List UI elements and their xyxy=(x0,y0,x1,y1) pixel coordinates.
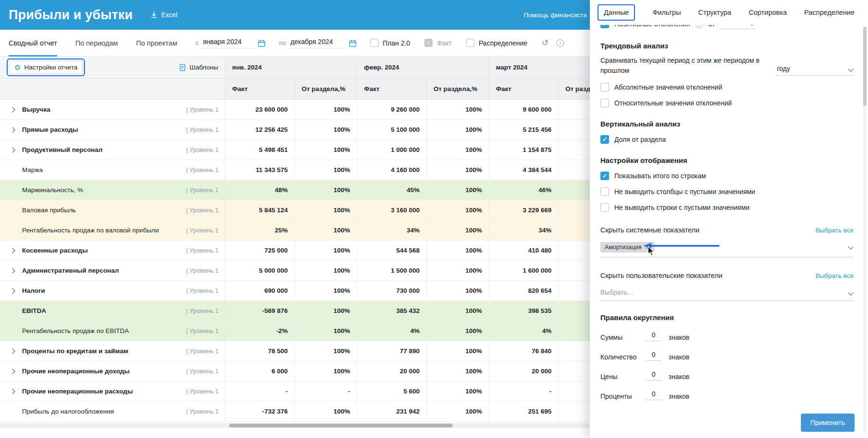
date-from-value[interactable]: января 2024 xyxy=(202,38,254,48)
apply-button[interactable]: Применить xyxy=(801,414,855,432)
excel-export-button[interactable]: Excel xyxy=(150,11,177,19)
rounding-input[interactable]: 0 xyxy=(645,331,662,341)
horizontal-scrollbar[interactable] xyxy=(0,423,590,428)
row-level-tag: | Уровень 1 xyxy=(186,287,219,294)
panel-tab-data[interactable]: Данные xyxy=(604,9,629,16)
value-cell: 100% xyxy=(295,180,357,200)
value-cell: 1 154 875 xyxy=(489,140,559,160)
chevron-down-icon xyxy=(848,290,853,295)
expand-chevron-icon[interactable] xyxy=(10,389,15,394)
hidden-user-metrics-select[interactable]: Выбрать... xyxy=(600,284,854,301)
row-level-tag: | Уровень 1 xyxy=(186,186,219,194)
value-cell: 820 654 xyxy=(489,281,559,300)
tab-by-periods[interactable]: По периодам xyxy=(75,30,118,57)
select-all-system-link[interactable]: Выбрать все xyxy=(816,227,854,234)
absolute-deviations-checkbox[interactable]: Абсолютные значения отклонений xyxy=(600,83,854,92)
table-header-months: ⚙ Настройки отчета Шаблоны янв. 2024февр… xyxy=(0,57,621,79)
horizontal-scrollbar-thumb[interactable] xyxy=(229,424,453,427)
panel-scrollbar-thumb[interactable] xyxy=(863,27,867,106)
select-all-user-link[interactable]: Выбрать все xyxy=(816,272,854,279)
calendar-icon[interactable] xyxy=(349,39,357,47)
positive-deviations-checkbox[interactable]: ✓ Позитивные отклонения xyxy=(600,25,690,28)
hidden-system-metrics-select[interactable]: Амортизация ✕ xyxy=(600,239,854,257)
tab-summary-report[interactable]: Сводный отчет xyxy=(9,30,57,57)
row-label-cell: EBITDA| Уровень 1 xyxy=(0,301,225,321)
show-totals-checkbox[interactable]: ✓ Показывать итого по строкам xyxy=(600,172,854,180)
panel-tab-distribution[interactable]: Распределение xyxy=(804,9,855,16)
rounding-input[interactable]: 0 xyxy=(645,390,662,400)
chevron-down-icon xyxy=(848,244,853,249)
expand-chevron-icon[interactable] xyxy=(10,107,15,112)
row-level-tag: | Уровень 1 xyxy=(186,146,219,153)
expand-chevron-icon[interactable] xyxy=(10,248,15,253)
plan-checkbox[interactable]: План 2.0 xyxy=(370,39,410,47)
value-cell: 385 432 xyxy=(357,301,427,321)
chip-remove-icon[interactable]: ✕ xyxy=(646,244,650,251)
fact-checkbox[interactable]: ✓ Факт xyxy=(424,39,452,47)
expand-chevron-icon[interactable] xyxy=(10,348,15,354)
value-cell: 725 000 xyxy=(225,241,295,260)
threshold-select[interactable]: 15% xyxy=(720,25,755,29)
row-label-cell: Административный персонал| Уровень 1 xyxy=(0,261,225,280)
report-settings-button[interactable]: ⚙ Настройки отчета xyxy=(9,61,82,74)
rounding-input[interactable]: 0 xyxy=(645,370,662,380)
templates-button[interactable]: Шаблоны xyxy=(179,64,218,71)
help-link[interactable]: Помощь финансиста xyxy=(524,12,587,19)
hide-empty-rows-label: Не выводить строки с пустыми значениями xyxy=(614,204,750,211)
date-to-field[interactable]: по декабря 2024 xyxy=(279,38,357,48)
relative-deviations-label: Относительные значения отклонений xyxy=(614,99,732,107)
table-row: Маржинальность, %| Уровень 148%100%45%10… xyxy=(0,180,621,200)
relative-deviations-checkbox[interactable]: Относительные значения отклонений xyxy=(600,99,854,107)
hide-empty-rows-checkbox[interactable]: Не выводить строки с пустыми значениями xyxy=(600,203,854,212)
expand-chevron-icon[interactable] xyxy=(10,369,15,374)
value-cell: 100% xyxy=(295,321,357,341)
panel-tab-filters[interactable]: Фильтры xyxy=(653,9,681,16)
table-row: Косвенные расходы| Уровень 1725 000100%5… xyxy=(0,241,621,261)
value-cell: 9 260 000 xyxy=(357,100,427,119)
section-vertical-analysis: Вертикальный анализ xyxy=(600,120,854,128)
calendar-icon[interactable] xyxy=(258,39,266,47)
compare-period-select[interactable]: году xyxy=(776,65,854,76)
rounding-input[interactable]: 0 xyxy=(645,351,662,361)
row-level-tag: | Уровень 1 xyxy=(186,327,219,334)
value-cell: 77 890 xyxy=(357,341,427,361)
table-row: Прочие неоперационные расходы| Уровень 1… xyxy=(0,381,621,402)
rounding-row-percents: Проценты 0 знаков xyxy=(600,390,854,400)
expand-chevron-icon[interactable] xyxy=(10,288,15,293)
value-cell: 398 535 xyxy=(489,301,559,321)
section-share-checkbox[interactable]: ✓ Доля от раздела xyxy=(600,135,854,144)
row-label: Административный персонал xyxy=(22,267,119,274)
row-label: Рентабельность продаж по валовой прибыли xyxy=(22,227,159,234)
compare-period-label: Сравнивать текущий период с этим же пери… xyxy=(600,56,764,76)
value-cell: 11 343 575 xyxy=(225,160,295,180)
refresh-icon[interactable]: ↺ xyxy=(542,39,549,47)
checkbox-unchecked-icon xyxy=(600,203,609,212)
panel-tab-sorting[interactable]: Сортировка xyxy=(749,9,787,16)
expand-chevron-icon[interactable] xyxy=(10,268,15,273)
tab-by-projects[interactable]: По проектам xyxy=(136,30,177,57)
rounding-suffix: знаков xyxy=(669,373,689,380)
row-label: Косвенные расходы xyxy=(22,247,88,254)
rounding-label: Проценты xyxy=(600,392,645,400)
panel-scrollbar[interactable] xyxy=(863,26,867,433)
table-row: Административный персонал| Уровень 15 00… xyxy=(0,261,621,281)
value-cell: 100% xyxy=(295,341,357,361)
checkbox-unchecked-icon xyxy=(370,39,378,47)
value-cell: 9 600 000 xyxy=(489,100,559,119)
expand-chevron-icon[interactable] xyxy=(10,127,15,132)
templates-label: Шаблоны xyxy=(189,64,218,71)
hide-empty-columns-checkbox[interactable]: Не выводить столбцы с пустыми значениями xyxy=(600,187,854,196)
distribution-checkbox-label: Распределение xyxy=(479,39,527,47)
date-to-value[interactable]: декабря 2024 xyxy=(290,38,345,48)
value-cell: 45% xyxy=(357,180,427,200)
value-cell: 5 100 000 xyxy=(357,120,427,139)
value-cell: 251 695 xyxy=(489,402,559,421)
hide-empty-columns-label: Не выводить столбцы с пустыми значениями xyxy=(614,188,755,196)
value-cell: 78 500 xyxy=(225,341,295,361)
expand-chevron-icon[interactable] xyxy=(10,147,15,152)
row-label-cell: Рентабельность продаж по EBITDA| Уровень… xyxy=(0,321,225,341)
date-from-field[interactable]: с января 2024 xyxy=(195,38,265,48)
distribution-checkbox[interactable]: Распределение xyxy=(466,39,527,47)
panel-tab-structure[interactable]: Структура xyxy=(698,9,731,16)
info-icon[interactable]: i xyxy=(556,39,564,47)
